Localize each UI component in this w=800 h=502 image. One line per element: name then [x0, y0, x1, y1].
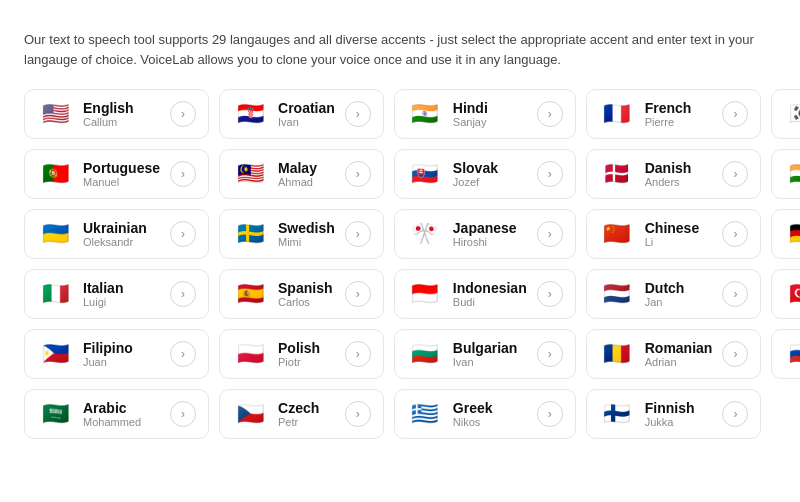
- flag-croatian: 🇭🇷: [232, 101, 268, 127]
- lang-card-swedish[interactable]: 🇸🇪 Swedish Mimi ›: [219, 209, 384, 259]
- arrow-button[interactable]: ›: [345, 221, 371, 247]
- flag-tamil: 🇮🇳: [784, 161, 800, 187]
- lang-card-english[interactable]: 🇺🇸 English Callum ›: [24, 89, 209, 139]
- lang-speaker: Anders: [645, 176, 713, 188]
- lang-info: Romanian Adrian: [645, 340, 713, 368]
- lang-speaker: Luigi: [83, 296, 160, 308]
- arrow-button[interactable]: ›: [722, 341, 748, 367]
- arrow-button[interactable]: ›: [170, 101, 196, 127]
- lang-name: Japanese: [453, 220, 527, 236]
- flag-czech: 🇨🇿: [232, 401, 268, 427]
- arrow-button[interactable]: ›: [722, 401, 748, 427]
- lang-card-arabic[interactable]: 🇸🇦 Arabic Mohammed ›: [24, 389, 209, 439]
- lang-speaker: Nikos: [453, 416, 527, 428]
- lang-card-german[interactable]: 🇩🇪 German Lina ›: [771, 209, 800, 259]
- lang-info: Arabic Mohammed: [83, 400, 160, 428]
- lang-card-indonesian[interactable]: 🇮🇩 Indonesian Budi ›: [394, 269, 576, 319]
- lang-card-tamil[interactable]: 🇮🇳 Tamil Arvind ›: [771, 149, 800, 199]
- flag-swedish: 🇸🇪: [232, 221, 268, 247]
- arrow-button[interactable]: ›: [722, 161, 748, 187]
- lang-card-dutch[interactable]: 🇳🇱 Dutch Jan ›: [586, 269, 762, 319]
- lang-info: French Pierre: [645, 100, 713, 128]
- lang-speaker: Ivan: [278, 116, 335, 128]
- lang-card-chinese[interactable]: 🇨🇳 Chinese Li ›: [586, 209, 762, 259]
- arrow-button[interactable]: ›: [722, 101, 748, 127]
- lang-name: Arabic: [83, 400, 160, 416]
- lang-card-russian[interactable]: 🇷🇺 Russian Aleksandr ›: [771, 329, 800, 379]
- arrow-button[interactable]: ›: [537, 341, 563, 367]
- lang-info: Chinese Li: [645, 220, 713, 248]
- lang-card-french[interactable]: 🇫🇷 French Pierre ›: [586, 89, 762, 139]
- lang-card-bulgarian[interactable]: 🇧🇬 Bulgarian Ivan ›: [394, 329, 576, 379]
- lang-speaker: Mohammed: [83, 416, 160, 428]
- lang-info: Polish Piotr: [278, 340, 335, 368]
- lang-card-romanian[interactable]: 🇷🇴 Romanian Adrian ›: [586, 329, 762, 379]
- lang-card-czech[interactable]: 🇨🇿 Czech Petr ›: [219, 389, 384, 439]
- lang-card-filipino[interactable]: 🇵🇭 Filipino Juan ›: [24, 329, 209, 379]
- lang-name: Swedish: [278, 220, 335, 236]
- arrow-button[interactable]: ›: [345, 161, 371, 187]
- lang-info: Italian Luigi: [83, 280, 160, 308]
- arrow-button[interactable]: ›: [345, 101, 371, 127]
- flag-slovak: 🇸🇰: [407, 161, 443, 187]
- lang-speaker: Li: [645, 236, 713, 248]
- lang-card-ukrainian[interactable]: 🇺🇦 Ukrainian Oleksandr ›: [24, 209, 209, 259]
- flag-greek: 🇬🇷: [407, 401, 443, 427]
- arrow-button[interactable]: ›: [170, 341, 196, 367]
- lang-name: Spanish: [278, 280, 335, 296]
- lang-card-korean[interactable]: 🇰🇷 Korean Min-jun ›: [771, 89, 800, 139]
- lang-card-turkish[interactable]: 🇹🇷 Turkish Mehmet ›: [771, 269, 800, 319]
- lang-card-spanish[interactable]: 🇪🇸 Spanish Carlos ›: [219, 269, 384, 319]
- lang-card-croatian[interactable]: 🇭🇷 Croatian Ivan ›: [219, 89, 384, 139]
- arrow-button[interactable]: ›: [345, 341, 371, 367]
- lang-info: Hindi Sanjay: [453, 100, 527, 128]
- lang-card-japanese[interactable]: 🎌 Japanese Hiroshi ›: [394, 209, 576, 259]
- lang-info: Filipino Juan: [83, 340, 160, 368]
- arrow-button[interactable]: ›: [170, 281, 196, 307]
- flag-english: 🇺🇸: [37, 101, 73, 127]
- flag-ukrainian: 🇺🇦: [37, 221, 73, 247]
- lang-card-italian[interactable]: 🇮🇹 Italian Luigi ›: [24, 269, 209, 319]
- flag-finnish: 🇫🇮: [599, 401, 635, 427]
- lang-name: Polish: [278, 340, 335, 356]
- lang-card-danish[interactable]: 🇩🇰 Danish Anders ›: [586, 149, 762, 199]
- arrow-button[interactable]: ›: [722, 281, 748, 307]
- lang-name: Bulgarian: [453, 340, 527, 356]
- lang-card-hindi[interactable]: 🇮🇳 Hindi Sanjay ›: [394, 89, 576, 139]
- lang-info: Indonesian Budi: [453, 280, 527, 308]
- lang-name: Slovak: [453, 160, 527, 176]
- lang-speaker: Oleksandr: [83, 236, 160, 248]
- lang-info: Slovak Jozef: [453, 160, 527, 188]
- lang-info: Danish Anders: [645, 160, 713, 188]
- arrow-button[interactable]: ›: [345, 401, 371, 427]
- lang-speaker: Ivan: [453, 356, 527, 368]
- arrow-button[interactable]: ›: [170, 161, 196, 187]
- lang-card-greek[interactable]: 🇬🇷 Greek Nikos ›: [394, 389, 576, 439]
- lang-card-polish[interactable]: 🇵🇱 Polish Piotr ›: [219, 329, 384, 379]
- arrow-button[interactable]: ›: [722, 221, 748, 247]
- arrow-button[interactable]: ›: [170, 401, 196, 427]
- lang-speaker: Pierre: [645, 116, 713, 128]
- lang-card-portuguese[interactable]: 🇵🇹 Portuguese Manuel ›: [24, 149, 209, 199]
- arrow-button[interactable]: ›: [537, 101, 563, 127]
- arrow-button[interactable]: ›: [537, 281, 563, 307]
- lang-card-slovak[interactable]: 🇸🇰 Slovak Jozef ›: [394, 149, 576, 199]
- arrow-button[interactable]: ›: [537, 401, 563, 427]
- lang-speaker: Jukka: [645, 416, 713, 428]
- lang-card-finnish[interactable]: 🇫🇮 Finnish Jukka ›: [586, 389, 762, 439]
- arrow-button[interactable]: ›: [170, 221, 196, 247]
- lang-name: Czech: [278, 400, 335, 416]
- lang-card-malay[interactable]: 🇲🇾 Malay Ahmad ›: [219, 149, 384, 199]
- arrow-button[interactable]: ›: [537, 161, 563, 187]
- lang-info: Finnish Jukka: [645, 400, 713, 428]
- arrow-button[interactable]: ›: [345, 281, 371, 307]
- flag-danish: 🇩🇰: [599, 161, 635, 187]
- arrow-button[interactable]: ›: [537, 221, 563, 247]
- lang-speaker: Ahmad: [278, 176, 335, 188]
- flag-spanish: 🇪🇸: [232, 281, 268, 307]
- lang-name: Finnish: [645, 400, 713, 416]
- lang-info: English Callum: [83, 100, 160, 128]
- lang-speaker: Callum: [83, 116, 160, 128]
- lang-name: French: [645, 100, 713, 116]
- lang-name: Romanian: [645, 340, 713, 356]
